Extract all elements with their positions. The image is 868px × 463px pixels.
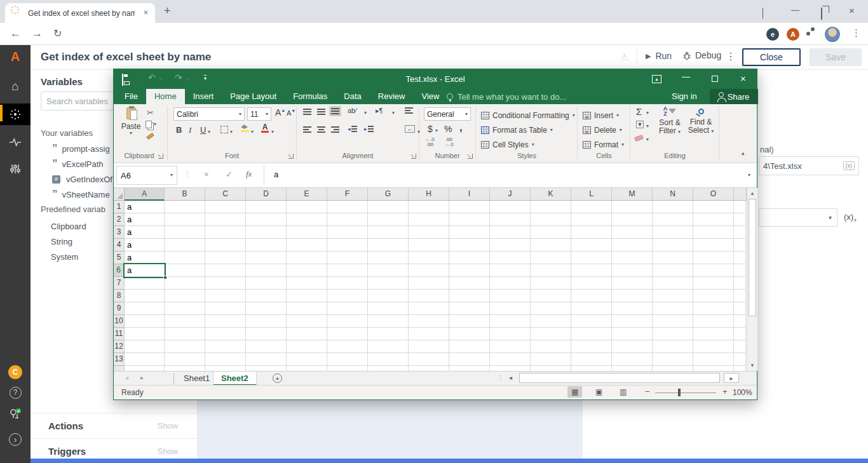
cell-H[interactable] — [409, 366, 449, 371]
clear-caret-icon[interactable]: ▾ — [646, 137, 649, 142]
cell-F9[interactable] — [327, 302, 368, 315]
zoom-slider-thumb[interactable] — [678, 389, 681, 396]
sidebar-item-help[interactable]: ? — [0, 382, 31, 403]
cell-I4[interactable] — [449, 239, 490, 252]
cell-M10[interactable] — [612, 315, 653, 328]
row-header-5[interactable]: 5 — [114, 252, 125, 264]
cell-L3[interactable] — [571, 226, 612, 239]
cell-N6[interactable] — [653, 264, 693, 277]
sheet-tab-sheet2[interactable]: Sheet2 — [213, 372, 257, 386]
triggers-show-link[interactable]: Show — [157, 446, 178, 456]
font-color-button[interactable]: A — [261, 124, 269, 133]
cell-I5[interactable] — [449, 252, 490, 264]
cell-I6[interactable] — [449, 264, 490, 277]
row-header-12[interactable]: 12 — [114, 340, 125, 353]
column-header-O[interactable]: O — [693, 188, 734, 201]
run-button[interactable]: ▶ Run — [646, 51, 672, 61]
underline-button[interactable]: U — [200, 125, 206, 135]
cell-E11[interactable] — [287, 328, 327, 340]
cell-M9[interactable] — [612, 302, 653, 315]
cell-L5[interactable] — [571, 252, 612, 264]
cell-C1[interactable] — [205, 201, 246, 213]
cell-M13[interactable] — [612, 353, 653, 366]
column-header-J[interactable]: J — [490, 188, 531, 201]
row-header-4[interactable]: 4 — [114, 239, 125, 252]
cell-H10[interactable] — [409, 315, 449, 328]
cell-partial[interactable] — [734, 315, 746, 328]
cell-B[interactable] — [165, 366, 205, 371]
cell-I3[interactable] — [449, 226, 490, 239]
cell-K11[interactable] — [531, 328, 571, 340]
excel-tab-view[interactable]: View — [413, 89, 447, 104]
column-header-K[interactable]: K — [531, 188, 571, 201]
cell-L9[interactable] — [571, 302, 612, 315]
merge-caret-icon[interactable]: ▾ — [417, 130, 420, 135]
cell-H12[interactable] — [409, 340, 449, 353]
cell-D2[interactable] — [246, 213, 287, 226]
insert-variable-button[interactable]: (x)+ — [844, 212, 857, 224]
cell-N13[interactable] — [653, 353, 693, 366]
cell-M3[interactable] — [612, 226, 653, 239]
cell-L13[interactable] — [571, 353, 612, 366]
cell-B4[interactable] — [165, 239, 205, 252]
column-header-H[interactable]: H — [409, 188, 449, 201]
row-header-10[interactable]: 10 — [114, 315, 125, 328]
excel-tab-insert[interactable]: Insert — [185, 89, 222, 104]
cell-C5[interactable] — [205, 252, 246, 264]
column-header-A[interactable]: A — [125, 188, 165, 201]
cell-E10[interactable] — [287, 315, 327, 328]
bottom-scroll-strip[interactable] — [31, 459, 868, 463]
cell-J5[interactable] — [490, 252, 531, 264]
close-button[interactable]: Close — [742, 48, 801, 66]
cell-M1[interactable] — [612, 201, 653, 213]
reload-button[interactable]: ↻ — [53, 27, 62, 39]
cell-C11[interactable] — [205, 328, 246, 340]
cell-F[interactable] — [327, 366, 368, 371]
cell-I9[interactable] — [449, 302, 490, 315]
text-direction-button[interactable]: ▸¶ — [376, 107, 383, 115]
column-header-G[interactable]: G — [368, 188, 409, 201]
cell-O2[interactable] — [693, 213, 734, 226]
sidebar-item-home[interactable]: ⌂ — [0, 76, 31, 97]
cell-E5[interactable] — [287, 252, 327, 264]
new-tab-button[interactable]: + — [164, 4, 171, 18]
cell-I2[interactable] — [449, 213, 490, 226]
font-name-select[interactable]: Calibri▾ — [173, 107, 245, 121]
scroll-down-icon[interactable]: ▼ — [747, 363, 757, 368]
cell-O8[interactable] — [693, 290, 734, 302]
cell-A7[interactable] — [125, 277, 165, 290]
cell-J9[interactable] — [490, 302, 531, 315]
cell-H5[interactable] — [409, 252, 449, 264]
cell-B1[interactable] — [165, 201, 205, 213]
cell-C7[interactable] — [205, 277, 246, 290]
fill-button[interactable]: ▼ — [636, 121, 644, 128]
cell-M4[interactable] — [612, 239, 653, 252]
cell-G12[interactable] — [368, 340, 409, 353]
cell-H1[interactable] — [409, 201, 449, 213]
cell-H6[interactable] — [409, 264, 449, 277]
cell-M7[interactable] — [612, 277, 653, 290]
cell-L1[interactable] — [571, 201, 612, 213]
cell-G8[interactable] — [368, 290, 409, 302]
cell-C3[interactable] — [205, 226, 246, 239]
cell-L6[interactable] — [571, 264, 612, 277]
cell-partial[interactable] — [734, 353, 746, 366]
cell-D9[interactable] — [246, 302, 287, 315]
page-layout-view-button[interactable]: ▣ — [592, 386, 606, 398]
window-restore-button[interactable] — [821, 8, 822, 20]
cell-partial[interactable] — [734, 201, 746, 213]
confirm-entry-icon[interactable]: ✓ — [226, 170, 233, 179]
cell-N9[interactable] — [653, 302, 693, 315]
tab-splitter-handle[interactable]: ⋮ — [498, 374, 504, 381]
cell-G7[interactable] — [368, 277, 409, 290]
select-all-corner[interactable] — [114, 188, 125, 201]
cell-C4[interactable] — [205, 239, 246, 252]
cell-G6[interactable] — [368, 264, 409, 277]
cell-L11[interactable] — [571, 328, 612, 340]
cell-E8[interactable] — [287, 290, 327, 302]
autosum-caret-icon[interactable]: ▾ — [646, 111, 649, 116]
middle-align-button[interactable] — [317, 109, 325, 115]
ribbon-display-options-icon[interactable]: ▲ — [652, 75, 661, 83]
comma-style-button[interactable]: , — [459, 122, 462, 133]
align-right-button[interactable] — [331, 126, 339, 133]
